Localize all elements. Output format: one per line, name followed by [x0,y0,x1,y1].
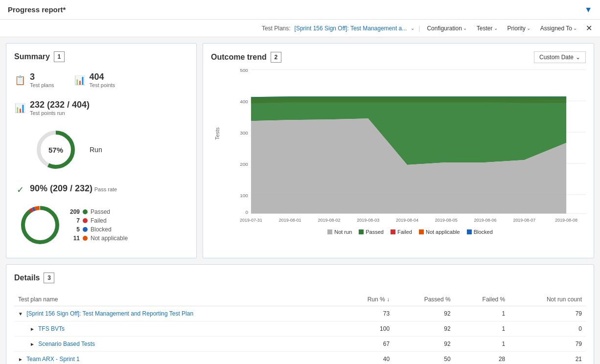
filter-close-icon[interactable]: ✕ [586,23,592,33]
chart-legend-square [467,229,472,234]
chart-legend-item: Passed [359,229,384,235]
col-notrun: Not run count [509,293,586,306]
child-failed-pct-cell: 1 [455,321,509,337]
chart-legend-square [419,229,424,234]
plan-name-cell: ► Team ARX - Sprint 1 [14,352,340,364]
summary-num: 1 [54,51,65,62]
svg-text:2019-08-04: 2019-08-04 [396,218,418,223]
filter-tester-btn[interactable]: Tester ⌄ [474,24,501,33]
configuration-chevron-icon: ⌄ [463,25,467,31]
legend-count: 5 [70,226,80,233]
legend-count: 11 [70,235,80,242]
run-pct-label: 57% [48,146,63,154]
legend-count: 209 [70,208,80,215]
not-run-cell: 79 [509,306,586,321]
child-expand-icon[interactable]: ► [30,341,35,347]
legend-dot [83,218,88,223]
summary-grid: 📋 3 Test plans 📊 404 Test points 📊 [14,72,188,247]
priority-chevron-icon: ⌄ [527,25,531,31]
trend-num: 2 [271,52,281,63]
run-text: Run [90,146,102,154]
test-points-count: 404 [90,72,115,82]
details-title: Details [14,273,40,282]
test-plans-row: 📋 3 Test plans 📊 404 Test points [14,72,188,88]
legend-dot [83,209,88,214]
custom-date-label: Custom Date [539,54,574,61]
child-expand-icon[interactable]: ► [30,326,35,332]
run-donut: 57% [34,128,78,172]
page-header: Progress report* ▼ [0,0,600,20]
legend-dot [83,227,88,232]
child-run-pct-cell: 67 [340,337,393,352]
svg-text:2019-08-06: 2019-08-06 [474,218,497,223]
svg-text:2019-08-05: 2019-08-05 [435,218,458,223]
table-row: ▼ [Sprint 156 Sign Off]: Test Management… [14,306,586,321]
child-plan-name-link[interactable]: Scenario Based Tests [38,341,95,347]
svg-point-3 [23,208,57,242]
passed-pct-cell: 92 [393,306,455,321]
trend-header: Outcome trend 2 Custom Date ⌄ [211,51,586,63]
expand-icon[interactable]: ▼ [18,311,23,317]
test-plans-label: Test plans [30,82,54,88]
legend-name: Passed [91,208,110,215]
col-run[interactable]: Run % ↓ [340,293,393,306]
child-run-pct-cell: 100 [340,321,393,337]
top-row: Summary 1 📋 3 Test plans 📊 404 Test poin… [6,43,594,258]
svg-text:2019-08-01: 2019-08-01 [279,218,301,223]
child-plan-name-cell: ► Scenario Based Tests [14,337,340,352]
details-header: Details 3 [14,273,586,283]
test-points-run-row: 📊 232 (232 / 404) Test points run [14,100,188,116]
pass-rate-icon: ✓ [14,184,26,195]
svg-text:2019-08-02: 2019-08-02 [318,218,341,223]
pass-donut-svg [18,203,62,247]
chart-legend-label: Not applicable [426,229,460,235]
chart-wrapper: Tests 500 400 300 200 100 0 [211,67,586,235]
expand-icon[interactable]: ► [18,357,23,362]
legend-dot [83,236,88,241]
filter-tester-label: Tester [477,25,493,32]
details-num: 3 [44,273,54,283]
legend-item: 209Passed [70,208,128,215]
chart-legend-label: Passed [366,229,384,235]
chart-legend-label: Blocked [474,229,493,235]
child-plan-name-link[interactable]: TFS BVTs [38,325,65,332]
legend-name: Blocked [91,226,112,233]
trend-chart-svg: 500 400 300 200 100 0 [234,67,586,224]
filter-priority-label: Priority [508,25,526,32]
svg-text:0: 0 [245,209,248,215]
child-failed-pct-cell: 1 [455,337,509,352]
details-table: Test plan name Run % ↓ Passed % Failed %… [14,293,586,364]
filter-priority-btn[interactable]: Priority ⌄ [505,24,533,33]
legend-item: 7Failed [70,217,128,224]
filter-testplans-value: [Sprint 156 Sign Off]: Test Management a… [295,25,407,32]
filter-assignedto-btn[interactable]: Assigned To ⌄ [537,24,580,33]
pass-legend: 209Passed7Failed5Blocked11Not applicable [70,208,128,242]
filter-configuration-label: Configuration [427,25,462,32]
table-header-row: Test plan name Run % ↓ Passed % Failed %… [14,293,586,306]
main-content: Summary 1 📋 3 Test plans 📊 404 Test poin… [0,37,600,364]
filter-icon[interactable]: ▼ [584,5,592,14]
testplans-chevron-icon[interactable]: ⌄ [411,25,415,31]
pass-visual-row: 209Passed7Failed5Blocked11Not applicable [18,203,188,247]
pass-rate-label: Pass rate [94,186,117,192]
child-plan-name-cell: ► TFS BVTs [14,321,340,337]
test-plans-count: 3 [30,72,54,82]
test-plans-stat: 3 Test plans [30,72,54,88]
failed-pct-cell: 28 [455,352,509,364]
svg-text:200: 200 [240,161,248,167]
col-testplan: Test plan name [14,293,340,306]
filter-bar: Test Plans: [Sprint 156 Sign Off]: Test … [0,20,600,37]
summary-panel: Summary 1 📋 3 Test plans 📊 404 Test poin… [6,43,197,258]
custom-date-button[interactable]: Custom Date ⌄ [534,51,586,63]
trend-title: Outcome trend [211,53,267,62]
filter-configuration-btn[interactable]: Configuration ⌄ [424,24,469,33]
child-not-run-cell: 0 [509,321,586,337]
plan-name-link[interactable]: Team ARX - Sprint 1 [26,356,80,363]
plan-name-link[interactable]: [Sprint 156 Sign Off]: Test Management a… [26,310,193,317]
col-passed: Passed % [393,293,455,306]
test-points-icon: 📊 [74,75,86,86]
svg-text:2019-08-08: 2019-08-08 [555,218,577,223]
test-points-run-icon: 📊 [14,103,26,114]
legend-count: 7 [70,217,80,224]
chart-legend-item: Not applicable [419,229,460,235]
